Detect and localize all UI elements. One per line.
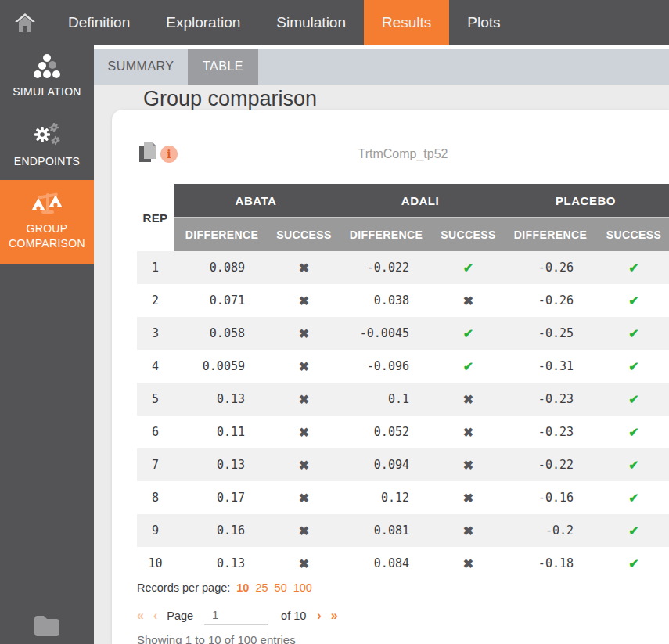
difference-cell: 0.13 bbox=[174, 383, 270, 416]
table-row: 80.17✖0.12✖-0.16✔ bbox=[137, 481, 669, 514]
group-header-adali: ADALI bbox=[338, 184, 502, 218]
entries-summary: Showing 1 to 10 of 100 entries bbox=[137, 633, 296, 644]
page-number-input[interactable] bbox=[204, 606, 268, 625]
page-label: Page bbox=[167, 610, 193, 622]
difference-column-header: DIFFERENCE bbox=[174, 218, 270, 251]
first-page-icon[interactable]: « bbox=[137, 609, 144, 623]
success-cross-icon: ✖ bbox=[270, 481, 338, 514]
difference-cell: 0.17 bbox=[174, 481, 270, 514]
page-title: Group comparison bbox=[143, 87, 317, 111]
next-page-icon[interactable]: › bbox=[317, 609, 321, 623]
rep-cell: 2 bbox=[137, 284, 174, 317]
success-column-header: SUCCESS bbox=[599, 218, 669, 251]
difference-cell: 0.081 bbox=[338, 514, 434, 547]
success-cross-icon: ✖ bbox=[434, 448, 502, 481]
difference-cell: 0.071 bbox=[174, 284, 270, 317]
sidebar-item-simulation[interactable]: SIMULATION bbox=[0, 53, 94, 99]
success-cross-icon: ✖ bbox=[270, 350, 338, 383]
subtab-bar: SUMMARY TABLE bbox=[94, 49, 669, 85]
difference-cell: 0.13 bbox=[174, 448, 270, 481]
table-row: 40.0059✖-0.096✔-0.31✔ bbox=[137, 350, 669, 383]
success-cross-icon: ✖ bbox=[270, 284, 338, 317]
difference-column-header: DIFFERENCE bbox=[338, 218, 434, 251]
rep-column-header: REP bbox=[137, 184, 174, 251]
success-cross-icon: ✖ bbox=[434, 514, 502, 547]
difference-cell: -0.16 bbox=[502, 481, 599, 514]
success-column-header: SUCCESS bbox=[434, 218, 502, 251]
records-option-100[interactable]: 100 bbox=[293, 581, 312, 594]
difference-cell: 0.089 bbox=[174, 251, 270, 284]
difference-cell: -0.26 bbox=[502, 284, 599, 317]
nav-item-results[interactable]: Results bbox=[364, 0, 449, 45]
rep-cell: 10 bbox=[137, 547, 174, 580]
rep-cell: 6 bbox=[137, 416, 174, 448]
rep-cell: 4 bbox=[137, 350, 174, 383]
success-check-icon: ✔ bbox=[599, 514, 669, 547]
page-navigation: « ‹ Page of 10 › » bbox=[137, 606, 347, 625]
sidebar-item-endpoints[interactable]: ENDPOINTS bbox=[0, 121, 94, 169]
success-cross-icon: ✖ bbox=[434, 284, 502, 317]
tab-table[interactable]: TABLE bbox=[188, 49, 258, 85]
top-nav-bar: Definition Exploration Simulation Result… bbox=[0, 0, 669, 45]
sub-header-row: DIFFERENCE SUCCESS DIFFERENCE SUCCESS DI… bbox=[137, 218, 669, 251]
difference-cell: -0.31 bbox=[502, 350, 599, 383]
success-column-header: SUCCESS bbox=[270, 218, 338, 251]
success-cross-icon: ✖ bbox=[270, 547, 338, 580]
table-row: 90.16✖0.081✖-0.2✔ bbox=[137, 514, 669, 547]
table-row: 10.089✖-0.022✔-0.26✔ bbox=[137, 251, 669, 284]
nav-item-definition[interactable]: Definition bbox=[50, 0, 148, 45]
tab-summary[interactable]: SUMMARY bbox=[94, 49, 188, 85]
difference-cell: 0.094 bbox=[338, 448, 434, 481]
success-check-icon: ✔ bbox=[599, 383, 669, 416]
group-header-placebo: PLACEBO bbox=[502, 184, 669, 218]
sidebar: SIMULATION bbox=[0, 45, 94, 644]
success-cross-icon: ✖ bbox=[434, 547, 502, 580]
success-check-icon: ✔ bbox=[599, 481, 669, 514]
success-check-icon: ✔ bbox=[599, 448, 669, 481]
table-row: 70.13✖0.094✖-0.22✔ bbox=[137, 448, 669, 481]
success-cross-icon: ✖ bbox=[434, 383, 502, 416]
success-check-icon: ✔ bbox=[599, 284, 669, 317]
nav-item-plots[interactable]: Plots bbox=[449, 0, 518, 45]
table-row: 60.11✖0.052✖-0.23✔ bbox=[137, 416, 669, 448]
rep-cell: 9 bbox=[137, 514, 174, 547]
sidebar-item-label: SIMULATION bbox=[0, 85, 94, 99]
results-card: i TrtmComp_tp52 REP ABATA ADALI PLACEBO … bbox=[112, 110, 669, 644]
success-check-icon: ✔ bbox=[434, 350, 502, 383]
rep-cell: 8 bbox=[137, 481, 174, 514]
difference-cell: 0.0059 bbox=[174, 350, 270, 383]
project-folder-button[interactable] bbox=[31, 613, 63, 641]
records-option-50[interactable]: 50 bbox=[275, 581, 287, 594]
last-page-icon[interactable]: » bbox=[331, 609, 338, 623]
sidebar-item-group-comparison[interactable]: GROUP COMPARISON bbox=[0, 180, 94, 264]
success-check-icon: ✔ bbox=[599, 317, 669, 350]
difference-column-header: DIFFERENCE bbox=[502, 218, 599, 251]
success-cross-icon: ✖ bbox=[270, 251, 338, 284]
nav-item-exploration[interactable]: Exploration bbox=[148, 0, 258, 45]
home-button[interactable] bbox=[0, 0, 50, 45]
group-header-abata: ABATA bbox=[174, 184, 338, 218]
difference-cell: 0.13 bbox=[174, 547, 270, 580]
table-row: 50.13✖0.1✖-0.23✔ bbox=[137, 383, 669, 416]
rep-cell: 1 bbox=[137, 251, 174, 284]
difference-cell: 0.052 bbox=[338, 416, 434, 448]
records-option-25[interactable]: 25 bbox=[255, 581, 268, 594]
difference-cell: 0.084 bbox=[338, 547, 434, 580]
previous-page-icon[interactable]: ‹ bbox=[153, 609, 157, 623]
difference-cell: 0.1 bbox=[338, 383, 434, 416]
records-option-10[interactable]: 10 bbox=[236, 581, 249, 594]
success-check-icon: ✔ bbox=[599, 350, 669, 383]
difference-cell: -0.26 bbox=[502, 251, 599, 284]
nav-item-simulation[interactable]: Simulation bbox=[258, 0, 364, 45]
table-row: 100.13✖0.084✖-0.18✔ bbox=[137, 547, 669, 580]
group-comparison-table: REP ABATA ADALI PLACEBO DIFFERENCE SUCCE… bbox=[137, 184, 669, 580]
rep-cell: 5 bbox=[137, 383, 174, 416]
difference-cell: -0.096 bbox=[338, 350, 434, 383]
difference-cell: -0.23 bbox=[502, 383, 599, 416]
table-row: 20.071✖0.038✖-0.26✔ bbox=[137, 284, 669, 317]
difference-cell: -0.0045 bbox=[338, 317, 434, 350]
success-check-icon: ✔ bbox=[599, 547, 669, 580]
success-check-icon: ✔ bbox=[434, 251, 502, 284]
difference-cell: 0.16 bbox=[174, 514, 270, 547]
success-cross-icon: ✖ bbox=[270, 514, 338, 547]
